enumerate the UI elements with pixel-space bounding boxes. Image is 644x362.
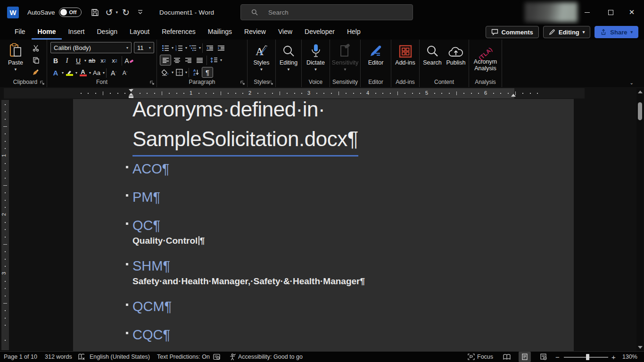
tab-file[interactable]: File bbox=[8, 25, 32, 40]
align-left-button[interactable] bbox=[160, 55, 171, 66]
paragraph-dialog-launcher-icon[interactable] bbox=[240, 81, 245, 85]
multilevel-dropdown-icon[interactable]: ▾ bbox=[199, 46, 201, 50]
shading-button[interactable] bbox=[160, 67, 171, 78]
bullets-button[interactable] bbox=[160, 42, 171, 53]
copy-button[interactable] bbox=[30, 55, 41, 66]
increase-indent-button[interactable] bbox=[215, 42, 227, 53]
clear-formatting-button[interactable]: A bbox=[124, 55, 135, 66]
multilevel-list-button[interactable] bbox=[187, 42, 198, 53]
scroll-down-icon[interactable] bbox=[638, 346, 643, 349]
page-indicator[interactable]: Page 1 of 10 bbox=[4, 352, 37, 362]
share-button[interactable]: Share ▾ bbox=[594, 26, 638, 38]
font-size-combo[interactable]: 11▾ bbox=[134, 42, 154, 53]
word-count[interactable]: 312 words bbox=[45, 352, 72, 362]
decrease-indent-button[interactable] bbox=[204, 42, 215, 53]
acronym-analysis-button[interactable]: (TLA) Acronym Analysis bbox=[469, 41, 502, 72]
accessibility-status[interactable]: Accessibility: Good to go bbox=[229, 352, 303, 362]
undo-dropdown-icon[interactable]: ▾ bbox=[116, 10, 118, 15]
collapse-ribbon-icon[interactable]: ⌄ bbox=[630, 80, 634, 85]
undo-icon[interactable]: ↺ bbox=[103, 6, 116, 18]
zoom-out-button[interactable]: − bbox=[555, 352, 560, 362]
text-predictions-indicator[interactable]: Text Predictions: On bbox=[157, 352, 210, 362]
grow-font-button[interactable]: Aˆ bbox=[108, 67, 119, 78]
language-indicator[interactable]: English (United States) bbox=[90, 352, 150, 362]
content-search-button[interactable]: Search bbox=[421, 41, 444, 66]
zoom-level[interactable]: 130% bbox=[622, 352, 637, 362]
line-spacing-button[interactable] bbox=[208, 55, 220, 66]
styles-dialog-launcher-icon[interactable] bbox=[269, 81, 273, 85]
redo-icon[interactable]: ↻ bbox=[120, 6, 132, 18]
text-predictions-icon[interactable] bbox=[213, 352, 220, 362]
autosave-toggle[interactable]: Off bbox=[59, 8, 82, 17]
close-button[interactable]: ✕ bbox=[625, 7, 638, 18]
tab-help[interactable]: Help bbox=[341, 25, 367, 40]
tab-design[interactable]: Design bbox=[91, 25, 124, 40]
tab-developer[interactable]: Developer bbox=[298, 25, 341, 40]
editing-group-button[interactable]: Editing ▼ bbox=[276, 41, 301, 72]
clipboard-dialog-launcher-icon[interactable] bbox=[40, 81, 44, 85]
maximize-button[interactable] bbox=[604, 7, 617, 18]
editor-button[interactable]: Editor bbox=[361, 41, 391, 66]
change-case-dropdown-icon[interactable]: ▾ bbox=[103, 71, 105, 75]
search-input[interactable] bbox=[268, 9, 386, 16]
comments-button[interactable]: Comments bbox=[486, 26, 539, 38]
justify-button[interactable] bbox=[194, 55, 205, 66]
styles-button[interactable]: A Styles ▼ bbox=[248, 41, 275, 72]
document-page[interactable]: Acronyms·defined·in· SampleSolicitation.… bbox=[73, 99, 574, 351]
publish-button[interactable]: Publish bbox=[444, 41, 468, 66]
line-spacing-dropdown-icon[interactable]: ▾ bbox=[220, 58, 222, 62]
text-effects-button[interactable]: A bbox=[50, 67, 61, 78]
underline-button[interactable]: U bbox=[73, 55, 84, 66]
cut-button[interactable] bbox=[30, 42, 41, 53]
dictate-button[interactable]: Dictate ▼ bbox=[302, 41, 330, 72]
tab-layout[interactable]: Layout bbox=[124, 25, 156, 40]
scroll-up-icon[interactable] bbox=[638, 90, 643, 93]
tab-view[interactable]: View bbox=[272, 25, 298, 40]
subscript-button[interactable]: x2 bbox=[98, 55, 109, 66]
paste-button[interactable]: Paste ▼ bbox=[5, 41, 26, 72]
zoom-in-button[interactable]: + bbox=[611, 352, 616, 362]
font-dialog-launcher-icon[interactable] bbox=[150, 81, 154, 85]
customize-qat-icon[interactable] bbox=[134, 6, 146, 18]
indent-marker[interactable] bbox=[129, 89, 133, 98]
tab-insert[interactable]: Insert bbox=[62, 25, 91, 40]
tab-references[interactable]: References bbox=[156, 25, 202, 40]
web-layout-button[interactable] bbox=[537, 352, 550, 362]
account-avatar[interactable] bbox=[525, 2, 578, 22]
superscript-button[interactable]: x2 bbox=[109, 55, 120, 66]
right-indent-marker[interactable] bbox=[511, 94, 516, 97]
tab-home[interactable]: Home bbox=[32, 25, 62, 40]
minimize-button[interactable] bbox=[580, 7, 594, 18]
zoom-slider-thumb[interactable] bbox=[586, 354, 589, 360]
italic-button[interactable]: I bbox=[61, 55, 73, 66]
vertical-scrollbar[interactable] bbox=[636, 88, 644, 351]
sensitivity-button[interactable]: Sensitivity ▼ bbox=[330, 41, 360, 72]
print-layout-button[interactable] bbox=[519, 352, 531, 362]
add-ins-button[interactable]: Add-ins bbox=[391, 41, 419, 66]
shrink-font-button[interactable]: Aˇ bbox=[119, 67, 131, 78]
search-bar[interactable] bbox=[240, 4, 413, 20]
format-painter-button[interactable] bbox=[30, 67, 41, 78]
editing-mode-button[interactable]: Editing ▾ bbox=[543, 26, 591, 38]
save-icon[interactable] bbox=[89, 6, 101, 18]
word-logo-icon[interactable]: W bbox=[7, 7, 19, 18]
font-color-button[interactable]: A bbox=[77, 67, 89, 78]
highlight-color-button[interactable] bbox=[64, 67, 75, 78]
numbering-button[interactable]: 123 bbox=[173, 42, 185, 53]
align-center-button[interactable] bbox=[171, 55, 182, 66]
borders-button[interactable] bbox=[173, 67, 185, 78]
bold-button[interactable]: B bbox=[50, 55, 61, 66]
show-formatting-button[interactable]: ¶ bbox=[202, 67, 213, 78]
align-right-button[interactable] bbox=[182, 55, 194, 66]
focus-mode-button[interactable]: Focus bbox=[468, 352, 493, 362]
change-case-button[interactable]: Aa bbox=[91, 67, 102, 78]
read-mode-button[interactable] bbox=[501, 352, 513, 362]
font-name-combo[interactable]: Calibri (Body)▾ bbox=[50, 42, 132, 53]
strikethrough-button[interactable]: ab bbox=[86, 55, 98, 66]
scrollbar-thumb[interactable] bbox=[638, 102, 642, 120]
sort-button[interactable]: AZ bbox=[190, 67, 202, 78]
tab-review[interactable]: Review bbox=[238, 25, 272, 40]
borders-dropdown-icon[interactable]: ▾ bbox=[185, 70, 187, 74]
proofing-icon[interactable] bbox=[78, 352, 85, 362]
tab-mailings[interactable]: Mailings bbox=[202, 25, 238, 40]
